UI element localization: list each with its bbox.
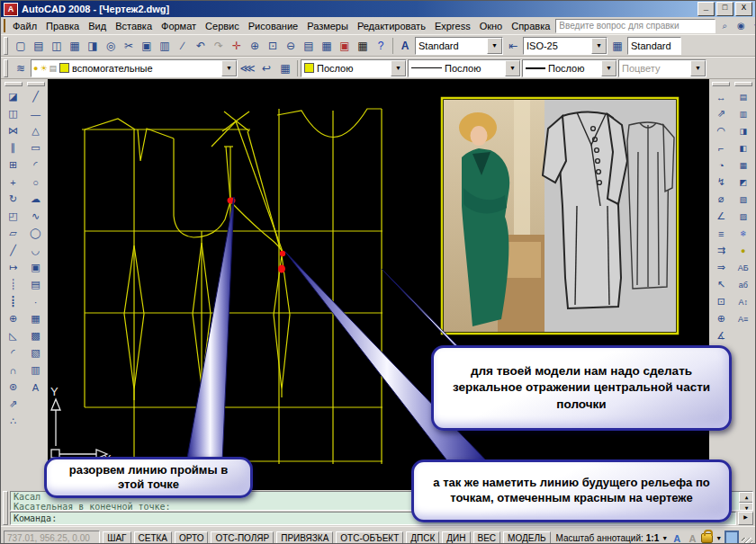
center-mark-button[interactable]: ⊕ <box>711 310 731 327</box>
find-text-button[interactable]: АБ <box>734 259 753 276</box>
toolbar-handle[interactable] <box>4 37 8 55</box>
zoom-previous-button[interactable]: ⊖ <box>282 37 300 55</box>
array-button[interactable]: ⊞ <box>4 156 23 174</box>
paste-button[interactable]: ▥ <box>156 37 174 55</box>
spell-check-button[interactable]: аб <box>734 276 753 293</box>
ortho-toggle[interactable]: ОРТО <box>175 531 208 544</box>
zoom-realtime-button[interactable]: ⊕ <box>246 37 264 55</box>
toolbar-lock-icon[interactable] <box>701 533 713 543</box>
offset-button[interactable]: ∥ <box>4 139 23 156</box>
modify-menu[interactable]: Редактировать <box>353 19 430 33</box>
rotate-button[interactable]: ↻ <box>4 191 23 208</box>
draw-menu[interactable]: Рисование <box>244 19 302 33</box>
order-send-back-button[interactable]: ▥ <box>734 105 753 122</box>
toolbar-handle[interactable] <box>27 82 45 86</box>
join-button[interactable]: ⊕ <box>4 310 23 327</box>
revcloud-button[interactable]: ☁ <box>26 191 46 208</box>
comm-center-icon[interactable]: ◉ <box>734 19 748 32</box>
chevron-down-icon[interactable]: ▼ <box>221 60 237 76</box>
toolbar-handle[interactable] <box>734 82 752 86</box>
dim-continue-button[interactable]: ⇒ <box>711 259 731 276</box>
line-button[interactable]: ╱ <box>26 88 46 105</box>
qnew-button[interactable]: ▢ <box>12 37 30 55</box>
text-style-button[interactable]: A <box>396 37 414 55</box>
help-button[interactable]: ? <box>372 37 390 55</box>
table-button[interactable]: ▥ <box>26 361 46 379</box>
polygon-button[interactable]: △ <box>26 122 46 139</box>
scroll-up-button[interactable]: ▲ <box>739 492 753 503</box>
window-menu[interactable]: Окно <box>475 19 508 33</box>
markup-button[interactable]: ▣ <box>336 37 354 55</box>
table-style-button[interactable]: ▦ <box>608 37 626 55</box>
close-button[interactable]: X <box>735 2 752 16</box>
save-button[interactable]: ◫ <box>48 37 66 55</box>
linetype-combo[interactable]: Послою ▼ <box>408 59 521 77</box>
table-style-combo[interactable]: Standard <box>627 37 681 55</box>
dim-arc-length-button[interactable]: ◠ <box>711 122 731 139</box>
maximize-button[interactable]: □ <box>716 2 734 16</box>
text-scale-button[interactable]: А↕ <box>734 293 753 310</box>
layer-isolate-button[interactable]: ▨ <box>734 208 753 225</box>
layer-match-button[interactable]: ▧ <box>734 191 753 208</box>
clean-screen-button[interactable] <box>724 531 739 544</box>
dim-angular-button[interactable]: ∠ <box>711 208 731 225</box>
dim-aligned-button[interactable]: ⇗ <box>711 105 731 122</box>
text-button[interactable]: A <box>26 379 46 396</box>
hatch-button[interactable]: ▦ <box>26 310 46 327</box>
lineweight-combo[interactable]: Послою ▼ <box>522 59 617 77</box>
dim-style-button[interactable]: ⇤ <box>504 37 522 55</box>
grid-toggle[interactable]: СЕТКА <box>134 531 173 544</box>
make-block-button[interactable]: ▤ <box>26 276 46 293</box>
express-menu[interactable]: Express <box>430 19 475 33</box>
match-properties-button[interactable]: ∕ <box>174 37 192 55</box>
layer-states-button[interactable]: ▦ <box>734 156 753 174</box>
leader-button[interactable]: ↖ <box>711 276 731 293</box>
chevron-down-icon[interactable]: ▼ <box>505 60 520 76</box>
annotation-autoscale-icon[interactable]: A <box>686 531 698 544</box>
toolbar-handle[interactable] <box>4 59 8 77</box>
break-at-point-button[interactable]: ┊ <box>4 276 23 293</box>
erase-button[interactable]: ◪ <box>4 88 23 105</box>
dim-jogged-button[interactable]: ↯ <box>711 174 731 191</box>
dim-baseline-button[interactable]: ⇉ <box>711 242 731 259</box>
ellipse-arc-button[interactable]: ◡ <box>26 242 46 259</box>
dim-ordinate-button[interactable]: ⌐ <box>711 139 731 156</box>
dimension-menu[interactable]: Размеры <box>302 19 353 33</box>
toolbar-handle[interactable] <box>712 82 730 86</box>
help-menu[interactable]: Справка <box>507 19 554 33</box>
undo-button[interactable]: ↶ <box>192 37 210 55</box>
extend-button[interactable]: ↦ <box>4 259 23 276</box>
designcenter-button[interactable]: ▦ <box>318 37 336 55</box>
order-above-button[interactable]: ◨ <box>734 122 753 139</box>
ellipse-button[interactable]: ◯ <box>26 225 46 242</box>
osnap-toggle[interactable]: ПРИВЯЗКА <box>276 531 333 544</box>
gradient-button[interactable]: ▩ <box>26 327 46 344</box>
quick-dim-button[interactable]: ≡ <box>711 225 731 242</box>
circle-button[interactable]: ○ <box>26 174 46 191</box>
ducs-toggle[interactable]: ДПСК <box>406 531 439 544</box>
align-button[interactable]: ⇗ <box>4 396 23 413</box>
edit-menu[interactable]: Правка <box>41 19 84 33</box>
stretch-button[interactable]: ▱ <box>4 225 23 242</box>
insert-block-button[interactable]: ▣ <box>26 259 46 276</box>
order-under-button[interactable]: ◧ <box>734 139 753 156</box>
chevron-down-icon[interactable]: ▼ <box>391 60 406 76</box>
break-button[interactable]: ┋ <box>4 293 23 310</box>
pan-realtime-button[interactable]: ✛ <box>228 37 246 55</box>
text-style-combo[interactable]: Standard ▼ <box>415 37 503 55</box>
dyn-toggle[interactable]: ДИН <box>442 531 470 544</box>
minimize-button[interactable]: _ <box>698 2 715 16</box>
layer-combo[interactable]: ● ☀ ▤ вспомогательные ▼ <box>31 59 238 77</box>
command-splitter[interactable] <box>3 491 8 525</box>
polar-toggle[interactable]: ОТС-ПОЛЯР <box>211 531 274 544</box>
scroll-down-button[interactable]: ▼ <box>739 503 753 511</box>
annotation-scale-value[interactable]: 1:1 <box>646 533 659 543</box>
layer-properties-button[interactable]: ≋ <box>12 59 30 77</box>
otrack-toggle[interactable]: ОТС-ОБЪЕКТ <box>336 531 403 544</box>
properties-button[interactable]: ▤ <box>300 37 318 55</box>
layer-previous-button[interactable]: ↩ <box>257 59 275 77</box>
copy-button[interactable]: ◫ <box>4 105 23 122</box>
insert-menu[interactable]: Вставка <box>111 19 157 33</box>
redo-button[interactable]: ↷ <box>210 37 228 55</box>
layer-off-button[interactable]: ● <box>734 242 753 259</box>
